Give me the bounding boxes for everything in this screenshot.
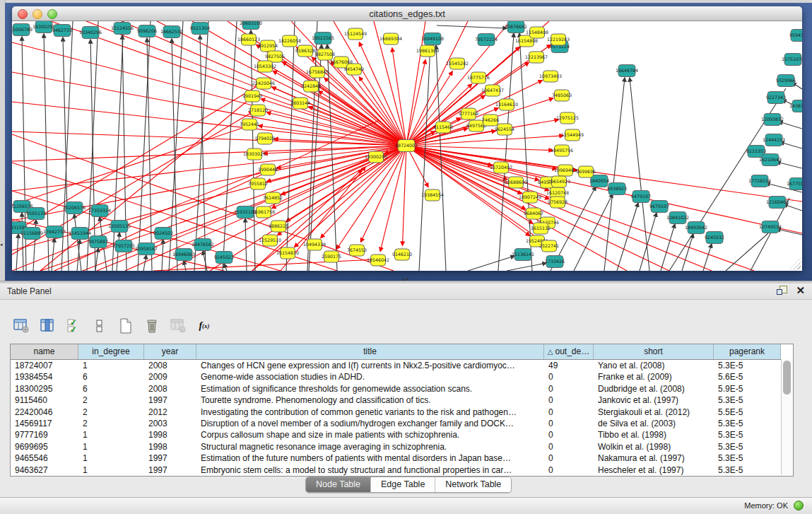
graph-node[interactable]: 15545282 bbox=[446, 58, 469, 69]
graph-node[interactable]: 15124549 bbox=[344, 28, 367, 40]
graph-node[interactable]: 18303025 bbox=[243, 148, 266, 160]
graph-node[interactable]: 12160468 bbox=[766, 197, 789, 209]
column-header-year[interactable]: year bbox=[144, 344, 196, 359]
graph-node[interactable]: 16949108 bbox=[421, 33, 444, 45]
graph-node[interactable]: 9594103 bbox=[789, 30, 802, 42]
table-row[interactable]: 1830029562008Estimation of significance … bbox=[11, 383, 793, 395]
graph-node[interactable]: 9115460 bbox=[433, 122, 453, 133]
graph-node[interactable]: 10688609 bbox=[505, 177, 527, 188]
graph-node[interactable]: 18226058 bbox=[278, 35, 301, 47]
graph-node[interactable]: 10647437 bbox=[481, 85, 504, 96]
graph-node[interactable]: 746266 bbox=[482, 115, 499, 126]
column-header-in_degree[interactable]: in_degree bbox=[78, 344, 144, 359]
table-row[interactable]: 2242004622012Investigating the contribut… bbox=[11, 407, 793, 418]
graph-node[interactable]: 9096206 bbox=[137, 25, 157, 37]
table-settings-icon[interactable] bbox=[13, 317, 30, 334]
graph-node[interactable]: 14662550 bbox=[160, 26, 183, 38]
delete-column-icon[interactable] bbox=[143, 317, 160, 334]
graph-node[interactable]: 12529510 bbox=[259, 235, 281, 246]
graph-node[interactable]: 9245032 bbox=[705, 232, 724, 244]
graph-node[interactable]: 13942757 bbox=[43, 226, 66, 238]
graph-node[interactable]: 7614852 bbox=[263, 192, 283, 204]
graph-node[interactable]: 19384554 bbox=[421, 189, 444, 201]
column-header-pagerank[interactable]: pagerank bbox=[714, 344, 781, 359]
graph-node[interactable]: 20206576 bbox=[63, 202, 86, 214]
graph-node[interactable]: 13505135 bbox=[108, 221, 131, 233]
graph-node[interactable]: 10749534 bbox=[759, 221, 782, 233]
graph-node[interactable]: 8454749 bbox=[344, 64, 364, 75]
graph-node[interactable]: 7955812 bbox=[248, 178, 268, 189]
table-row[interactable]: 977716911998Corpus callosum shape and si… bbox=[11, 429, 793, 440]
graph-node[interactable]: 2522741 bbox=[539, 240, 559, 252]
graph-node[interactable]: 9924502 bbox=[153, 228, 173, 240]
graph-node[interactable]: 2718120 bbox=[248, 105, 268, 116]
table-scrollbar[interactable] bbox=[781, 359, 793, 475]
close-panel-icon[interactable]: ✕ bbox=[796, 286, 805, 296]
table-row[interactable]: 1872400712008Changes of HCN gene express… bbox=[11, 360, 793, 371]
select-rows-icon[interactable]: ✓✓ bbox=[65, 317, 82, 334]
memory-status-indicator[interactable] bbox=[794, 501, 804, 510]
graph-node[interactable]: 9756928 bbox=[548, 197, 567, 208]
table-row[interactable]: 1938455462009Genome-wide association stu… bbox=[11, 371, 793, 382]
graph-node[interactable]: 9146210 bbox=[392, 249, 412, 260]
tab-edge-table[interactable]: Edge Table bbox=[371, 477, 435, 492]
graph-node[interactable]: 12213967 bbox=[525, 52, 548, 63]
graph-node[interactable]: 16648784 bbox=[616, 65, 638, 77]
graph-node[interactable]: 9227343 bbox=[766, 92, 786, 104]
graph-node[interactable]: 9505135 bbox=[26, 208, 46, 220]
graph-node[interactable]: 18476562 bbox=[192, 239, 214, 251]
graph-node[interactable]: 9462733 bbox=[52, 25, 72, 37]
column-header-name[interactable]: name bbox=[11, 344, 78, 359]
graph-node[interactable]: 10973493 bbox=[539, 71, 562, 82]
float-panel-icon[interactable] bbox=[777, 286, 787, 296]
graph-node[interactable]: 15124556 bbox=[111, 23, 134, 35]
graph-node[interactable]: 17726514 bbox=[748, 175, 771, 187]
graph-node[interactable]: 10969463 bbox=[554, 165, 577, 176]
graph-node[interactable]: 17957255 bbox=[112, 240, 135, 252]
graph-node[interactable]: 1733426 bbox=[545, 256, 565, 268]
table-row[interactable]: 969969511998Structural magnetic resonanc… bbox=[11, 441, 793, 452]
table-row[interactable]: 946362711997Embryonic stem cells: a mode… bbox=[11, 465, 793, 476]
network-canvas[interactable]: 1500678918300298946273310340296151245569… bbox=[12, 21, 802, 271]
graph-node[interactable]: 9777169 bbox=[459, 108, 478, 119]
graph-node[interactable]: 18022565 bbox=[312, 33, 334, 45]
graph-node[interactable]: 15136141 bbox=[512, 249, 534, 261]
graph-node[interactable]: 10841022 bbox=[666, 212, 689, 224]
graph-node[interactable]: 9245022 bbox=[214, 252, 234, 264]
graph-node[interactable]: 15720407 bbox=[490, 162, 512, 173]
graph-node[interactable]: 9975887 bbox=[88, 236, 108, 248]
graph-node[interactable]: 7485063 bbox=[552, 90, 572, 101]
graph-node[interactable]: 18660123 bbox=[237, 34, 260, 45]
graph-node[interactable]: 9679197 bbox=[649, 201, 669, 213]
graph-node[interactable]: 9886220 bbox=[269, 221, 288, 232]
graph-node[interactable]: 10340296 bbox=[79, 27, 102, 39]
graph-node[interactable]: 1990448 bbox=[258, 164, 278, 175]
graph-node[interactable]: 1615132 bbox=[531, 223, 551, 234]
graph-node[interactable]: 14381540 bbox=[789, 100, 802, 112]
graph-node[interactable]: 79572224 bbox=[475, 34, 498, 46]
graph-node[interactable]: 17359324 bbox=[88, 205, 111, 217]
graph-node[interactable]: 16669304 bbox=[379, 33, 402, 45]
graph-node[interactable]: 10958167 bbox=[135, 243, 158, 255]
scrollbar-thumb[interactable] bbox=[783, 361, 791, 395]
graph-node[interactable]: 15751074 bbox=[782, 54, 802, 66]
graph-node[interactable]: 9827508 bbox=[315, 49, 335, 60]
graph-node[interactable]: 9624554 bbox=[495, 124, 514, 135]
graph-node[interactable]: 9684067 bbox=[524, 208, 543, 219]
graph-node[interactable]: 13164610 bbox=[495, 99, 518, 110]
graph-node[interactable]: 10494338 bbox=[303, 239, 326, 250]
network-window-titlebar[interactable]: citations_edges.txt bbox=[12, 6, 802, 21]
graph-node[interactable]: 12975125 bbox=[556, 112, 579, 124]
column-visibility-icon[interactable] bbox=[39, 317, 56, 334]
new-column-icon[interactable] bbox=[117, 317, 134, 334]
graph-node[interactable]: 9329966 bbox=[776, 75, 796, 87]
table-row[interactable]: 1456911722003Disruption of a novel membe… bbox=[11, 418, 793, 429]
graph-node[interactable]: 6479197 bbox=[631, 191, 651, 203]
row-height-icon[interactable] bbox=[91, 317, 108, 334]
graph-node[interactable]: 8912954 bbox=[258, 40, 278, 52]
graph-node[interactable]: 12093832 bbox=[761, 114, 784, 126]
graph-node[interactable]: 15006789 bbox=[12, 24, 33, 36]
graph-node[interactable]: 20876682 bbox=[505, 21, 527, 33]
column-header-title[interactable]: title bbox=[196, 344, 544, 359]
graph-node[interactable]: 11544949 bbox=[561, 129, 584, 141]
